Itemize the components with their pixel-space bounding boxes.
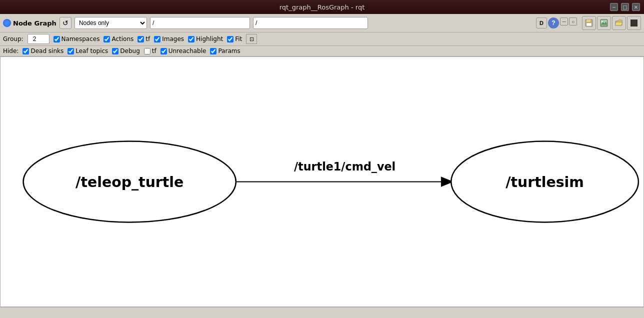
params-checkbox[interactable] [210,48,216,54]
toolbar-row1: Node Graph ↺ Nodes only Nodes/Topics (al… [0,14,644,32]
svg-rect-1 [586,20,590,22]
window-title: rqt_graph__RosGraph - rqt [280,4,365,11]
filter2-input[interactable] [253,17,368,29]
node-graph-icon [3,19,11,27]
edge-label: /turtle1/cmd_vel [294,160,396,173]
params-label: Params [218,48,240,54]
filter1-input[interactable] [150,17,250,29]
save-icon [585,19,593,27]
svg-point-5 [602,21,603,22]
toolbar-row2: Group: Namespaces Actions tf Images High… [0,32,644,46]
save-icon-btn[interactable] [582,16,596,30]
export-icon [600,19,608,27]
unreachable-checkbox-item[interactable]: Unreachable [160,48,206,54]
node1-label: /teleop_turtle [76,174,184,190]
debug-checkbox[interactable] [112,48,118,54]
export-icon-btn[interactable] [597,16,611,30]
toolbar-icons: D ? ─ ○ [536,18,577,28]
unreachable-label: Unreachable [168,48,206,54]
svg-marker-8 [615,22,622,26]
tf-label-row3: tf [152,48,156,54]
settings-icon [630,19,638,27]
leaf-topics-checkbox[interactable] [68,48,74,54]
node2-label: /turtlesim [506,174,584,190]
tf-checkbox-item-row2[interactable]: tf [138,36,150,42]
help-button[interactable]: ? [548,18,559,28]
highlight-checkbox[interactable] [188,36,194,42]
open-icon [615,19,623,27]
hide-label: Hide: [3,48,18,54]
tf-checkbox-item-row3[interactable]: tf [144,48,156,54]
open-icon-btn[interactable] [612,16,626,30]
images-label: Images [162,36,184,42]
dead-sinks-checkbox-item[interactable]: Dead sinks [22,48,64,54]
fit-label: Fit [235,36,242,42]
display-mode-dropdown[interactable]: Nodes only Nodes/Topics (all) Nodes/Topi… [74,17,147,29]
svg-rect-9 [630,20,638,26]
leaf-topics-label: Leaf topics [76,48,108,54]
toolbar-row3: Hide: Dead sinks Leaf topics Debug tf Un… [0,46,644,56]
tf-checkbox-row2[interactable] [138,36,144,42]
fit-icon-button[interactable]: ⊡ [246,34,257,44]
app-title: Node Graph [3,19,56,27]
images-checkbox-item[interactable]: Images [154,36,184,42]
actions-checkbox-item[interactable]: Actions [104,36,134,42]
actions-label: Actions [112,36,134,42]
params-checkbox-item[interactable]: Params [210,48,240,54]
dead-sinks-checkbox[interactable] [22,48,29,54]
tf-label-row2: tf [146,36,150,42]
close-button[interactable]: ✕ [632,3,640,11]
fit-checkbox-item[interactable]: Fit [227,36,242,42]
highlight-label: Highlight [196,36,223,42]
group-spinbox[interactable] [28,34,50,44]
namespaces-checkbox[interactable] [54,36,60,42]
app-window: Node Graph ↺ Nodes only Nodes/Topics (al… [0,14,644,318]
maximize-button[interactable]: □ [621,3,629,11]
unreachable-checkbox[interactable] [160,48,167,54]
fit-checkbox[interactable] [227,36,234,42]
leaf-topics-checkbox-item[interactable]: Leaf topics [68,48,108,54]
d-button[interactable]: D [536,18,547,28]
title-bar: rqt_graph__RosGraph - rqt ─ □ ✕ [0,0,644,14]
canvas-area[interactable]: /teleop_turtle /turtle1/cmd_vel /turtles… [0,56,644,307]
highlight-checkbox-item[interactable]: Highlight [188,36,223,42]
svg-rect-2 [586,23,592,26]
tf-checkbox-row3[interactable] [144,48,150,54]
graph-svg: /teleop_turtle /turtle1/cmd_vel /turtles… [0,57,644,306]
settings-icon-btn[interactable] [627,16,641,30]
status-bar [0,307,644,318]
minimize-button[interactable]: ─ [610,3,618,11]
actions-checkbox[interactable] [104,36,110,42]
group-label: Group: [3,36,24,42]
dead-sinks-label: Dead sinks [30,48,64,54]
app-title-label: Node Graph [13,20,56,27]
debug-checkbox-item[interactable]: Debug [112,48,140,54]
dash-button[interactable]: ─ [560,18,568,26]
namespaces-label: Namespaces [62,36,100,42]
circle-button[interactable]: ○ [569,18,577,26]
refresh-button[interactable]: ↺ [60,17,72,29]
namespaces-checkbox-item[interactable]: Namespaces [54,36,100,42]
debug-label: Debug [120,48,140,54]
window-controls: ─ □ ✕ [610,3,640,11]
images-checkbox[interactable] [154,36,160,42]
